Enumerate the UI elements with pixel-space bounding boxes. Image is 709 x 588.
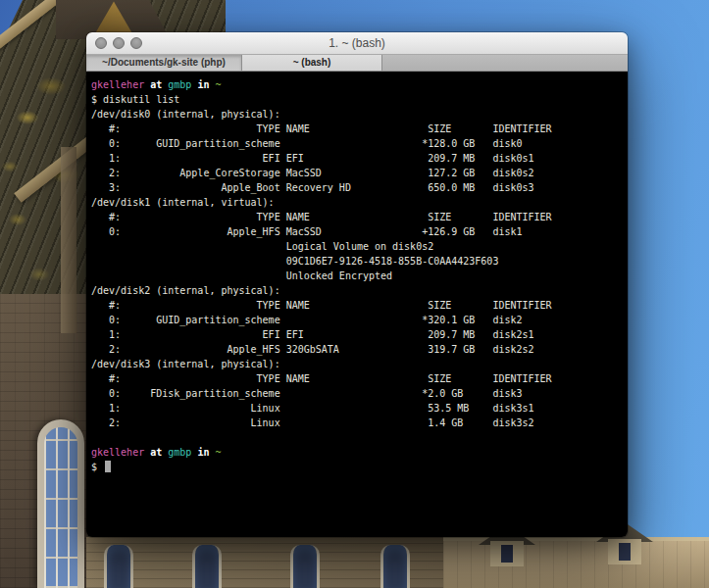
prompt-line: gkelleher at gmbp in ~ (91, 77, 624, 92)
gothic-window (37, 419, 84, 588)
terminal-cursor (105, 461, 111, 472)
input-line: $ (91, 460, 624, 474)
prompt-path: ~ (216, 79, 222, 90)
facade-window (380, 545, 410, 588)
prompt-symbol: $ (91, 462, 97, 472)
dormer-window (490, 541, 524, 566)
gothic-window-glass (44, 427, 77, 588)
prompt-line: gkelleher at gmbp in ~ (91, 445, 624, 460)
dormer-window (608, 539, 641, 564)
facade-window (290, 545, 320, 588)
blank-line (91, 430, 624, 445)
prompt-in: in (197, 79, 209, 90)
prompt-host: gmbp (168, 79, 191, 90)
tab-label: ~ (bash) (293, 57, 331, 68)
window-title: 1. ~ (bash) (86, 32, 628, 54)
building-facade-right (443, 541, 709, 588)
window-titlebar[interactable]: 1. ~ (bash) (86, 32, 628, 55)
prompt-at: at (150, 79, 162, 90)
diskutil-output: /dev/disk0 (internal, physical): #: TYPE… (91, 107, 624, 430)
prompt-host: gmbp (168, 447, 191, 458)
prompt-path: ~ (216, 447, 222, 458)
command-line: $ diskutil list (91, 92, 624, 107)
desktop: 1. ~ (bash) ~/Documents/gk-site (php) ~ … (0, 0, 709, 588)
command-text: diskutil list (103, 94, 179, 105)
tab-bash[interactable]: ~ (bash) (242, 55, 382, 71)
facade-window (192, 545, 222, 588)
prompt-symbol: $ (91, 94, 97, 105)
prompt-in: in (197, 447, 209, 458)
stone-buttress (61, 147, 76, 333)
terminal-window: 1. ~ (bash) ~/Documents/gk-site (php) ~ … (86, 32, 628, 537)
tab-label: ~/Documents/gk-site (php) (102, 57, 226, 68)
prompt-user: gkelleher (91, 447, 144, 458)
tab-bar: ~/Documents/gk-site (php) ~ (bash) (86, 55, 628, 72)
prompt-at: at (150, 447, 162, 458)
tab-gk-site[interactable]: ~/Documents/gk-site (php) (86, 55, 242, 71)
terminal-screen[interactable]: gkelleher at gmbp in ~ $ diskutil list /… (86, 72, 628, 537)
facade-window (104, 545, 133, 588)
prompt-user: gkelleher (91, 79, 144, 90)
building-facade-left (86, 537, 451, 588)
